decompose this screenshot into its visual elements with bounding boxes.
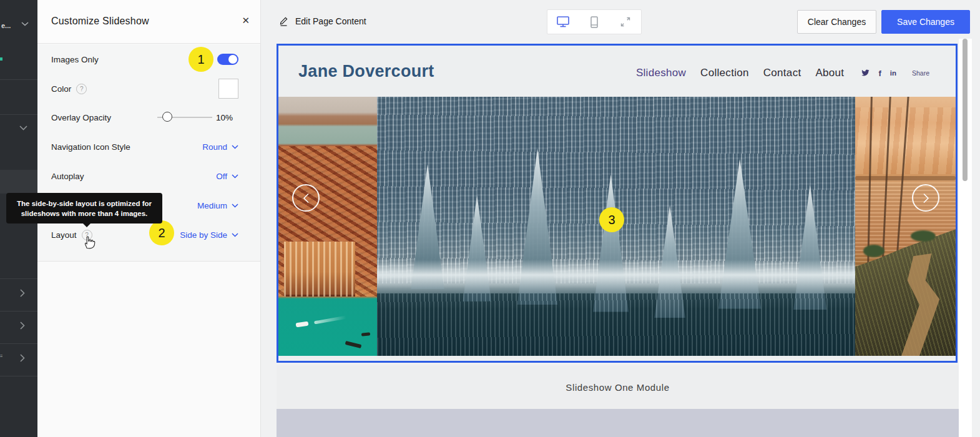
autoplay-label: Autoplay <box>51 172 84 181</box>
step-badge-3: 3 <box>599 207 624 232</box>
page-preview-frame[interactable]: Jane Dovercourt Slideshow Collection Con… <box>277 44 958 363</box>
medium-dropdown[interactable]: Medium <box>197 201 238 210</box>
nav-link-slideshow[interactable]: Slideshow <box>636 67 686 79</box>
module-label-section: Slideshow One Module <box>277 365 959 409</box>
help-icon[interactable]: ? <box>76 84 87 94</box>
gondola <box>345 341 362 348</box>
divider <box>0 278 37 279</box>
images-only-toggle[interactable] <box>217 54 238 65</box>
lake-reflection <box>377 293 855 356</box>
nav-icon-style-label: Navigation Icon Style <box>51 142 130 152</box>
dropdown-value: Medium <box>197 201 227 210</box>
nav-icon-style-dropdown[interactable]: Round <box>202 142 238 152</box>
divider <box>0 343 37 344</box>
facebook-icon[interactable]: f <box>878 69 881 78</box>
slide-sunset-coast[interactable] <box>855 97 956 356</box>
layout-label: Layout <box>51 230 77 240</box>
gondola <box>361 332 370 336</box>
site-title[interactable]: Jane Dovercourt <box>298 62 434 81</box>
clear-changes-button[interactable]: Clear Changes <box>797 10 876 34</box>
chevron-down-icon <box>232 204 238 208</box>
step-badge-2: 2 <box>149 220 174 245</box>
chevron-down-icon <box>21 22 29 26</box>
nav-link-contact[interactable]: Contact <box>763 67 801 79</box>
divider <box>0 79 37 80</box>
dropdown-value: Off <box>216 172 227 181</box>
chevron-right-icon[interactable] <box>20 322 25 330</box>
sidebar-truncated-text: ≡≡ <box>0 355 2 361</box>
site-header: Jane Dovercourt Slideshow Collection Con… <box>278 46 956 97</box>
chevron-down-icon <box>232 233 238 237</box>
social-links: f in <box>861 69 896 78</box>
pencil-icon <box>278 16 289 26</box>
setting-row-overlay-opacity: Overlay Opacity 10% <box>51 105 238 130</box>
toggle-knob <box>228 55 237 64</box>
fullscreen-icon[interactable] <box>613 9 638 34</box>
chevron-down-icon <box>232 145 238 149</box>
sidebar-item-collapsed[interactable]: e... <box>1 20 37 31</box>
slideshow-next-button[interactable] <box>912 184 939 212</box>
overlay-opacity-value: 10% <box>216 113 233 122</box>
sidebar-selected-row[interactable] <box>0 170 37 194</box>
overlay-opacity-slider[interactable] <box>157 117 212 118</box>
dropdown-value: Round <box>202 142 227 152</box>
next-module-placeholder <box>277 409 959 437</box>
linkedin-icon[interactable]: in <box>890 69 896 77</box>
step-badge-1: 1 <box>189 47 213 72</box>
module-label: Slideshow One Module <box>566 382 669 393</box>
boat <box>296 322 309 328</box>
close-icon[interactable]: ✕ <box>242 15 250 26</box>
slide-venice-canal[interactable] <box>278 97 377 356</box>
device-preview-toggle <box>547 9 642 34</box>
slider-knob[interactable] <box>162 112 172 122</box>
panel-header: Customize Slideshow ✕ <box>37 0 260 44</box>
desktop-preview-icon[interactable] <box>551 9 576 34</box>
images-only-label: Images Only <box>51 55 99 64</box>
layout-dropdown[interactable]: Side by Side <box>180 230 238 240</box>
tooltip-line-2: slideshows with more than 4 images. <box>21 209 148 219</box>
nav-link-about[interactable]: About <box>815 67 844 79</box>
mobile-preview-icon[interactable] <box>582 9 607 34</box>
twitter-icon[interactable] <box>861 69 870 77</box>
lake-mist <box>377 260 855 293</box>
venice-palazzo <box>284 242 355 296</box>
setting-row-layout: Layout ? Side by Side <box>51 222 238 247</box>
setting-row-autoplay: Autoplay Off <box>51 164 238 189</box>
chevron-right-icon[interactable] <box>20 354 25 362</box>
color-label: Color <box>51 84 71 94</box>
panel-title: Customize Slideshow <box>51 16 149 27</box>
scrollbar-thumb[interactable] <box>963 39 968 181</box>
save-changes-button[interactable]: Save Changes <box>881 10 970 34</box>
autoplay-dropdown[interactable]: Off <box>216 172 238 181</box>
chevron-down-icon <box>232 174 238 179</box>
slideshow-prev-button[interactable] <box>292 184 320 212</box>
color-swatch[interactable] <box>218 79 238 99</box>
hand-cursor-icon <box>83 235 96 250</box>
tooltip-line-1: The side-by-side layout is optimized for <box>17 199 152 209</box>
chevron-right-icon[interactable] <box>20 289 25 297</box>
edit-page-content-button[interactable]: Edit Page Content <box>278 16 366 26</box>
share-button[interactable]: Share <box>912 69 929 77</box>
setting-row-color: Color ? <box>51 76 238 101</box>
status-dot <box>0 57 2 61</box>
divider <box>0 114 37 115</box>
edit-page-content-label: Edit Page Content <box>295 16 366 26</box>
setting-row-nav-icon-style: Navigation Icon Style Round <box>51 134 238 159</box>
slideshow-module[interactable]: 3 <box>278 97 956 356</box>
overlay-opacity-label: Overlay Opacity <box>51 113 111 122</box>
chevron-right-icon <box>923 193 929 204</box>
chevron-down-icon[interactable] <box>19 125 27 130</box>
frame-bottom-strip <box>278 356 956 361</box>
dropdown-value: Side by Side <box>180 230 227 240</box>
boat-wake <box>314 315 346 324</box>
layout-tooltip: The side-by-side layout is optimized for… <box>6 193 162 223</box>
site-nav: Slideshow Collection Contact About f in … <box>636 67 929 79</box>
nav-link-collection[interactable]: Collection <box>700 67 749 79</box>
sidebar-truncated-label: e... <box>1 22 11 29</box>
divider <box>0 376 37 376</box>
chevron-left-icon <box>303 193 310 204</box>
divider <box>0 311 37 312</box>
